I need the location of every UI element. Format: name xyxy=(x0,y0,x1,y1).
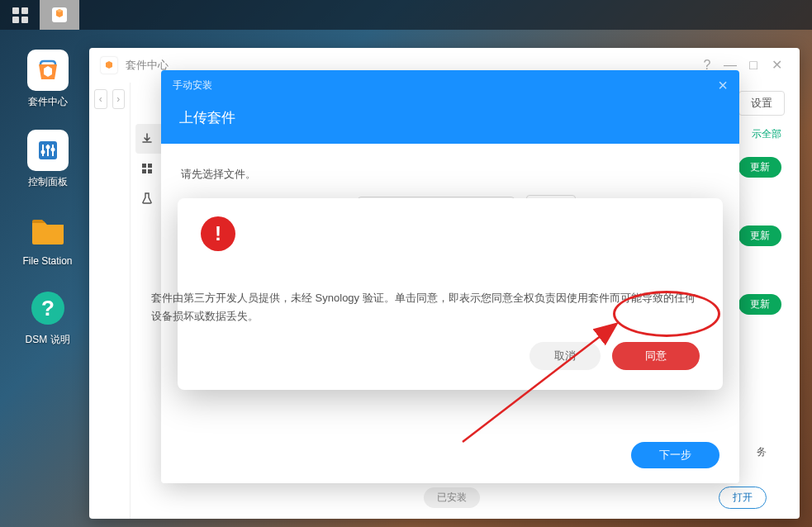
installed-chip: 已安装 xyxy=(424,487,480,508)
agree-button[interactable]: 同意 xyxy=(612,342,700,370)
show-all-link[interactable]: 示全部 xyxy=(752,127,781,141)
svg-point-6 xyxy=(45,145,50,150)
svg-point-7 xyxy=(50,148,55,152)
taskbar xyxy=(0,0,812,30)
cancel-button[interactable]: 取消 xyxy=(529,342,601,370)
package-center-icon xyxy=(50,6,69,24)
svg-rect-11 xyxy=(148,164,152,168)
modal-instruction: 请先选择文件。 xyxy=(181,167,719,182)
maximize-button[interactable]: □ xyxy=(742,54,765,77)
close-button[interactable]: ✕ xyxy=(765,54,788,77)
control-panel-icon xyxy=(34,136,62,164)
download-icon xyxy=(140,132,154,145)
nav-forward[interactable]: › xyxy=(112,89,126,109)
beta-icon xyxy=(140,192,154,205)
desktop-icon-control-panel[interactable]: 控制面板 xyxy=(12,130,83,189)
warning-dialog: ! 套件由第三方开发人员提供，未经 Synology 验证。单击同意，即表示您同… xyxy=(178,198,723,390)
open-button[interactable]: 打开 xyxy=(719,487,767,509)
desktop-icon-label: DSM 说明 xyxy=(26,333,70,347)
nav-back[interactable]: ‹ xyxy=(94,89,107,109)
modal-titlebar-text: 手动安装 xyxy=(173,78,212,93)
svg-point-5 xyxy=(40,150,45,154)
desktop-icon-label: 套件中心 xyxy=(28,95,68,109)
update-button-3[interactable]: 更新 xyxy=(738,294,781,315)
modal-title: 上传套件 xyxy=(161,100,739,144)
settings-button[interactable]: 设置 xyxy=(738,91,785,116)
svg-rect-13 xyxy=(148,169,152,173)
service-label: 务 xyxy=(757,445,767,459)
desktop-icon-label: File Station xyxy=(22,255,72,267)
desktop-icon-dsm-help[interactable]: ? DSM 说明 xyxy=(12,287,83,347)
modal-titlebar: 手动安装 × xyxy=(161,70,739,100)
desktop-icon-label: 控制面板 xyxy=(28,175,68,189)
alert-icon: ! xyxy=(201,216,235,251)
warning-text: 套件由第三方开发人员提供，未经 Synology 验证。单击同意，即表示您同意全… xyxy=(151,251,700,325)
svg-text:?: ? xyxy=(41,296,55,320)
window-app-icon xyxy=(101,57,117,74)
nav-strip: ‹ › xyxy=(89,83,131,519)
modal-close-button[interactable]: × xyxy=(718,76,728,95)
update-button-2[interactable]: 更新 xyxy=(738,226,781,246)
update-button-1[interactable]: 更新 xyxy=(738,157,781,178)
grid-icon xyxy=(140,162,154,175)
help-icon: ? xyxy=(29,289,67,327)
taskbar-package-center[interactable] xyxy=(40,0,79,30)
svg-rect-12 xyxy=(142,169,146,173)
next-button[interactable]: 下一步 xyxy=(631,442,719,468)
svg-rect-10 xyxy=(142,164,146,168)
desktop-icon-file-station[interactable]: File Station xyxy=(12,210,83,267)
apps-button[interactable] xyxy=(0,0,40,30)
desktop-icon-package-center[interactable]: 套件中心 xyxy=(12,50,83,109)
folder-icon xyxy=(27,210,69,251)
package-shopping-icon xyxy=(34,56,62,84)
desktop-icons: 套件中心 控制面板 File Station xyxy=(12,50,83,347)
